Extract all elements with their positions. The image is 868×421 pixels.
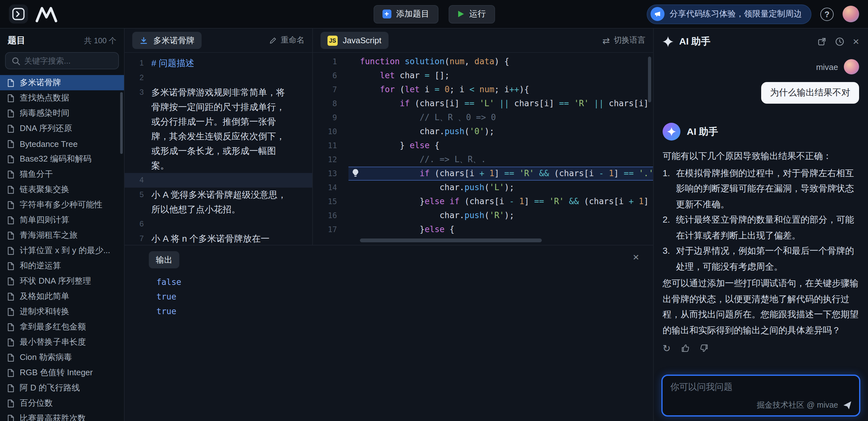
markdown-line[interactable]: 7小 A 将 n 个多米诺骨牌放在一 (125, 232, 312, 245)
code-line[interactable]: 14 char.push('L'); (313, 181, 653, 194)
sidebar-item[interactable]: 比赛最高获胜次数 (0, 411, 124, 421)
sidebar-item[interactable]: Cion 勒索病毒 (0, 350, 124, 365)
add-question-button[interactable]: + 添加题目 (373, 5, 438, 23)
assistant-avatar (662, 123, 680, 141)
editor-vertical-scrollbar[interactable] (648, 57, 651, 102)
thumbs-up-icon[interactable] (680, 343, 690, 353)
code-line[interactable]: 8 if (chars[i] == 'L' || chars[i] == 'R'… (313, 97, 653, 111)
user-message-bubble: 为什么输出结果不对 (761, 82, 859, 104)
sidebar-item-label: 百分位数 (20, 397, 53, 409)
ai-panel-title: AI 助手 (679, 35, 710, 48)
sidebar-item[interactable]: 查找热点数据 (0, 90, 124, 106)
app-logo-icon[interactable] (9, 4, 28, 24)
code-line[interactable]: 9 // L、R 、0 => 0 (313, 111, 653, 125)
chat-user-avatar[interactable] (844, 59, 859, 74)
code-text: for (let i = 0; i < num; i++){ (348, 83, 653, 97)
markdown-text: # 问题描述 (151, 56, 287, 70)
sidebar-item[interactable]: RGB 色值转 Integer (0, 365, 124, 380)
sidebar-item[interactable]: 阿 D 的飞行路线 (0, 380, 124, 396)
document-icon (7, 368, 14, 377)
markdown-line[interactable]: 3多米诺骨牌游戏规则非常简单，将骨牌按一定间距的尺寸排成单行，或分行排成一片。推… (125, 85, 312, 173)
sidebar-item-label: 字符串有多少种可能性 (20, 199, 102, 210)
output-tab[interactable]: 输出 (149, 251, 179, 268)
code-line[interactable]: 11 } else { (313, 139, 653, 153)
document-icon (7, 140, 14, 148)
code-line[interactable]: 12 //. => L、R、. (313, 153, 653, 167)
rename-button[interactable]: 重命名 (269, 35, 305, 46)
code-line[interactable]: 7 for (let i = 0; i < num; i++){ (313, 83, 653, 97)
switch-language-label: 切换语言 (614, 35, 645, 46)
assistant-outro: 您可以通过添加一些打印调试语句，在关键步骤输出骨牌的状态，以便更清楚地了解代码的… (662, 275, 859, 338)
sidebar-item[interactable]: 简单四则计算 (0, 212, 124, 228)
code-line[interactable]: 13 if (chars[i + 1] == 'R' && (chars[i -… (313, 167, 653, 181)
rename-label: 重命名 (281, 35, 305, 46)
code-line[interactable]: 10 char.push('0'); (313, 125, 653, 139)
search-box[interactable] (5, 52, 119, 69)
regenerate-icon[interactable]: ↻ (662, 343, 671, 353)
code-editor[interactable]: 1function solution(num, data) {6 let cha… (313, 53, 653, 245)
markdown-line[interactable]: 1# 问题描述 (125, 56, 312, 70)
ai-input-box[interactable]: 掘金技术社区 @ mivae (661, 374, 860, 417)
search-input[interactable] (24, 56, 113, 65)
code-line[interactable]: 6 let char = []; (313, 69, 653, 83)
switch-language-button[interactable]: ⇄ 切换语言 (602, 35, 645, 46)
line-number: 2 (125, 70, 144, 85)
sidebar-item[interactable]: 字符串有多少种可能性 (0, 197, 124, 212)
lightbulb-icon[interactable] (351, 169, 361, 179)
help-icon[interactable]: ? (820, 7, 834, 21)
sidebar-item[interactable]: Bytedance Tree (0, 136, 124, 151)
sidebar-item[interactable]: 和的逆运算 (0, 258, 124, 273)
popout-icon[interactable] (817, 36, 827, 46)
editor-horizontal-scrollbar[interactable] (360, 239, 542, 242)
assistant-intro: 可能有以下几个原因导致输出结果不正确： (662, 148, 859, 164)
sidebar-item[interactable]: 百分位数 (0, 396, 124, 411)
brand-logo-icon[interactable] (36, 6, 57, 22)
document-icon (7, 353, 14, 362)
document-icon (7, 323, 14, 331)
sidebar-item[interactable]: DNA 序列还原 (0, 121, 124, 136)
sidebar-item[interactable]: 环状 DNA 序列整理 (0, 273, 124, 289)
problem-title-tab[interactable]: 多米诺骨牌 (132, 32, 202, 49)
sidebar-item[interactable]: 病毒感染时间 (0, 106, 124, 121)
output-title: 输出 (156, 254, 172, 266)
problem-editor[interactable]: 1# 问题描述23多米诺骨牌游戏规则非常简单，将骨牌按一定间距的尺寸排成单行，或… (125, 53, 312, 245)
user-avatar[interactable] (843, 6, 859, 22)
sidebar-item-label: 多米诺骨牌 (20, 77, 61, 88)
thumbs-down-icon[interactable] (699, 343, 709, 353)
code-line[interactable]: 16 char.push('R'); (313, 209, 653, 222)
code-line[interactable]: 1function solution(num, data) { (313, 55, 653, 69)
sidebar-item[interactable]: 及格如此简单 (0, 289, 124, 304)
sidebar-item[interactable]: 链表聚集交换 (0, 182, 124, 197)
markdown-line[interactable]: 4 (125, 173, 312, 188)
output-close-icon[interactable]: × (633, 252, 639, 263)
assistant-message: 可能有以下几个原因导致输出结果不正确： 1.在模拟骨牌推倒的过程中，对于骨牌左右… (662, 148, 859, 338)
ai-list-item: 2.统计最终竖立骨牌的数量和位置的部分，可能在计算或者判断上出现了偏差。 (662, 212, 859, 243)
run-button[interactable]: 运行 (448, 5, 495, 23)
sidebar-scrollbar[interactable] (120, 92, 123, 154)
sidebar-item[interactable]: 最小替换子串长度 (0, 334, 124, 350)
app: + 添加题目 运行 分享代码练习体验，领限量定制周边 ? (0, 0, 868, 421)
language-tab[interactable]: JS JavaScript (320, 32, 388, 49)
markdown-line[interactable]: 6 (125, 217, 312, 232)
document-icon (7, 109, 14, 117)
sidebar-item[interactable]: 进制求和转换 (0, 304, 124, 319)
sidebar-item-label: 链表聚集交换 (20, 184, 69, 195)
code-line[interactable]: 17 }else { (313, 222, 653, 237)
markdown-line[interactable]: 2 (125, 70, 312, 85)
markdown-line[interactable]: 5小 A 觉得多米诺骨牌超级没意思，所以他想了点小花招。 (125, 188, 312, 217)
send-icon[interactable] (843, 401, 852, 410)
ai-header: AI 助手 × (654, 29, 868, 54)
sidebar-item[interactable]: 计算位置 x 到 y 的最少... (0, 243, 124, 258)
promo-banner[interactable]: 分享代码练习体验，领限量定制周边 (647, 4, 811, 24)
ai-list-item: 1.在模拟骨牌推倒的过程中，对于骨牌左右相互影响的判断逻辑可能存在漏洞，导致骨牌… (662, 165, 859, 212)
ai-close-icon[interactable]: × (853, 36, 859, 47)
sidebar-item[interactable]: 青海湖租车之旅 (0, 228, 124, 243)
sidebar-item[interactable]: 多米诺骨牌 (0, 75, 124, 90)
code-line[interactable]: 15 }else if (chars[i - 1] == 'R' && (cha… (313, 194, 653, 209)
sidebar-item[interactable]: 拿到最多红包金额 (0, 319, 124, 334)
sidebar-item[interactable]: Base32 编码和解码 (0, 151, 124, 167)
add-question-label: 添加题目 (396, 8, 429, 20)
sidebar-item[interactable]: 猫鱼分干 (0, 167, 124, 182)
history-icon[interactable] (835, 36, 844, 46)
ai-input-field[interactable] (662, 376, 859, 400)
